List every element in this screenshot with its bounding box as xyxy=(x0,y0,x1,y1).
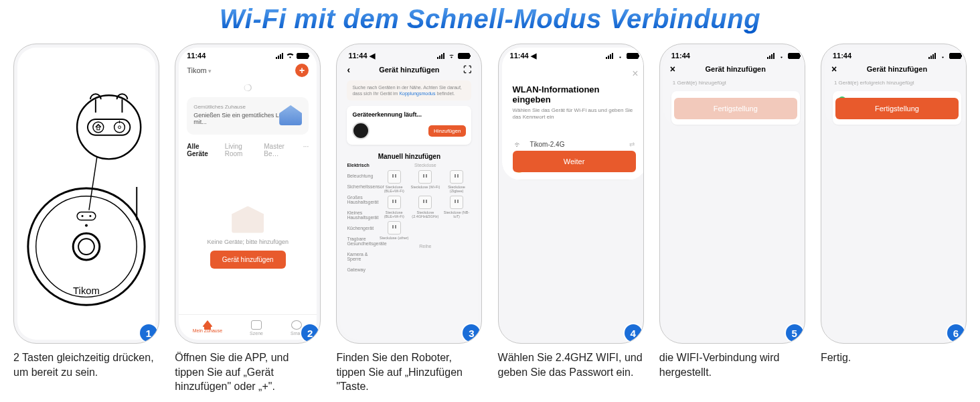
status-bar: 11:44 ◀ xyxy=(340,48,478,62)
svg-rect-4 xyxy=(77,212,96,220)
tab-master[interactable]: Master Be… xyxy=(264,143,293,157)
socket-icon xyxy=(418,170,432,184)
status-time: 11:44 xyxy=(671,52,690,60)
phone-frame-2: 11:44 Tikom + ❍ Gemütliches Zuhause Geni… xyxy=(175,44,321,344)
screen-header: × Gerät hinzufügen xyxy=(663,61,805,77)
wlan-title: WLAN-Informationen eingeben xyxy=(513,84,636,105)
cat-large[interactable]: Großes Haushaltsgerät xyxy=(347,195,379,204)
back-icon[interactable]: ‹ xyxy=(347,64,350,75)
phone-frame-4: 11:44 ◀ × WLAN-Informationen eingeben Wä… xyxy=(498,44,644,344)
robot-thumbnail xyxy=(352,122,370,139)
empty-text: Keine Geräte; bitte hinzufügen xyxy=(207,239,289,245)
device-tile[interactable]: Steckdose (Wi-Fi) xyxy=(410,170,440,193)
device-tile[interactable]: Steckdose (Zigbee) xyxy=(442,170,472,193)
add-button[interactable]: + xyxy=(295,64,309,77)
wlan-subtitle: Wählen Sie das Gerät für Wi-Fi aus und g… xyxy=(513,107,636,121)
add-found-button[interactable]: Hinzufügen xyxy=(428,125,466,137)
screen-header: ‹ Gerät hinzufügen ⛶ xyxy=(340,62,478,78)
svg-line-18 xyxy=(89,157,97,210)
nav-scene[interactable]: Szene xyxy=(250,320,263,336)
cat-health[interactable]: Tragbare Gesundheitsgeräte xyxy=(347,237,379,246)
brand-dropdown[interactable]: Tikom xyxy=(187,66,212,74)
wifi-icon xyxy=(616,53,625,59)
scan-icon[interactable]: ⛶ xyxy=(463,65,471,74)
added-count: 1 Gerät(e) erfolgreich hinzugefügt xyxy=(825,77,967,88)
close-icon[interactable]: × xyxy=(632,68,638,80)
room-tabs: Alle Geräte Living Room Master Be… ··· xyxy=(179,139,317,160)
step-5: 11:44 × Gerät hinzufügen 1 Gerät(e) hinz… xyxy=(659,44,805,394)
added-count: 1 Gerät(e) hinzugefügt xyxy=(663,77,805,88)
ssid-value: Tikom-2.4G xyxy=(530,141,623,148)
tab-more[interactable]: ··· xyxy=(303,143,309,157)
step-badge-1: 1 xyxy=(140,324,157,342)
step-2: 11:44 Tikom + ❍ Gemütliches Zuhause Geni… xyxy=(175,44,321,394)
caption-5: die WIFI-Verbindung wird hergestellt. xyxy=(659,350,805,379)
status-bar: 11:44 xyxy=(825,48,967,61)
manual-title: Manuell hinzufügen xyxy=(340,153,478,160)
socket-icon xyxy=(450,196,463,209)
device-tile[interactable]: Steckdose (NB-IoT) xyxy=(442,196,472,218)
pairing-link[interactable]: Kopplungsmodus xyxy=(399,91,435,96)
next-button[interactable]: Weiter xyxy=(513,151,636,172)
add-device-button[interactable]: Gerät hinzufügen xyxy=(210,251,286,269)
svg-point-7 xyxy=(85,224,88,226)
phone-frame-6: 11:44 × Gerät hinzufügen 1 Gerät(e) erfo… xyxy=(821,44,967,344)
status-time: 11:44 ◀ xyxy=(348,52,374,60)
svg-point-1 xyxy=(36,196,137,297)
socket-icon xyxy=(450,170,463,184)
caption-3: Finden Sie den Roboter, tippen Sie auf „… xyxy=(336,350,482,394)
svg-point-9 xyxy=(77,95,141,159)
bottom-nav: Mein Zuhause Szene Smart xyxy=(179,314,317,340)
scene-icon xyxy=(251,320,262,330)
smart-icon xyxy=(291,320,302,330)
headline: Wi-Fi mit dem Schnell-Modus Verbindung xyxy=(13,4,967,34)
close-icon[interactable]: × xyxy=(831,64,837,74)
status-bar: 11:44 xyxy=(179,48,317,61)
screen-header: × Gerät hinzufügen xyxy=(825,61,967,77)
device-tile[interactable]: Steckdose (BLE+Wi-Fi) xyxy=(379,196,409,218)
device-tile[interactable]: Steckdose (2.4GHz&5GHz) xyxy=(410,196,440,218)
home-card[interactable]: Gemütliches Zuhause Genießen Sie ein gem… xyxy=(187,97,309,135)
cat-small[interactable]: Kleines Haushaltsgerät xyxy=(347,210,379,220)
wifi-icon xyxy=(286,53,295,59)
device-tile[interactable]: Steckdose (other) xyxy=(379,221,409,240)
discovery-card: Geräteerkennung läuft... Hinzufügen xyxy=(347,106,471,145)
tab-living[interactable]: Living Room xyxy=(225,143,254,157)
cat-camera[interactable]: Kamera & Sperre xyxy=(347,252,379,261)
step-badge-4: 4 xyxy=(625,324,642,342)
nav-home[interactable]: Mein Zuhause xyxy=(193,320,222,336)
header-title: Gerät hinzufügen xyxy=(706,65,766,73)
finish-button[interactable]: Fertigstellung xyxy=(835,98,959,119)
svg-point-5 xyxy=(82,215,84,217)
swap-icon[interactable]: ⇄ xyxy=(629,141,635,148)
cat-gateway[interactable]: Gateway xyxy=(347,267,379,272)
row-label: Reihe xyxy=(379,244,471,249)
home-icon xyxy=(202,320,213,327)
step-badge-3: 3 xyxy=(463,324,480,342)
status-bar: 11:44 xyxy=(663,48,805,61)
caption-1: 2 Tasten gleichzeitig drücken, um bereit… xyxy=(13,350,159,379)
category-sidebar: Elektrisch Beleuchtung Sicherheitssensor… xyxy=(347,163,379,272)
wifi-icon xyxy=(777,53,786,59)
cat-electric[interactable]: Elektrisch xyxy=(347,163,379,168)
close-icon[interactable]: × xyxy=(670,64,675,74)
device-tile[interactable]: Steckdose (BLE+Wi-Fi) xyxy=(379,170,409,193)
step-3: 11:44 ◀ ‹ Gerät hinzufügen ⛶ Suche nach … xyxy=(336,44,482,394)
discovery-title: Geräteerkennung läuft... xyxy=(352,111,466,118)
socket-icon xyxy=(388,170,401,184)
status-time: 11:44 ◀ xyxy=(510,52,536,60)
cat-security[interactable]: Sicherheitssensor xyxy=(347,184,379,189)
empty-state: Keine Geräte; bitte hinzufügen Gerät hin… xyxy=(179,160,317,314)
header-title: Gerät hinzufügen xyxy=(379,66,439,74)
status-time: 11:44 xyxy=(833,52,851,60)
phone-frame-1: Tikom 1 xyxy=(13,44,159,344)
tab-all[interactable]: Alle Geräte xyxy=(187,143,214,157)
brand-label: Tikom xyxy=(73,285,100,296)
socket-icon xyxy=(388,196,401,209)
robot-diagram: Tikom xyxy=(17,48,155,338)
cat-lighting[interactable]: Beleuchtung xyxy=(347,174,379,178)
phone-frame-3: 11:44 ◀ ‹ Gerät hinzufügen ⛶ Suche nach … xyxy=(336,44,482,344)
phone-frame-5: 11:44 × Gerät hinzufügen 1 Gerät(e) hinz… xyxy=(659,44,805,344)
step-1: Tikom 1 2 Tasten gleichzei xyxy=(13,44,159,394)
cat-kitchen[interactable]: Küchengerät xyxy=(347,226,379,230)
